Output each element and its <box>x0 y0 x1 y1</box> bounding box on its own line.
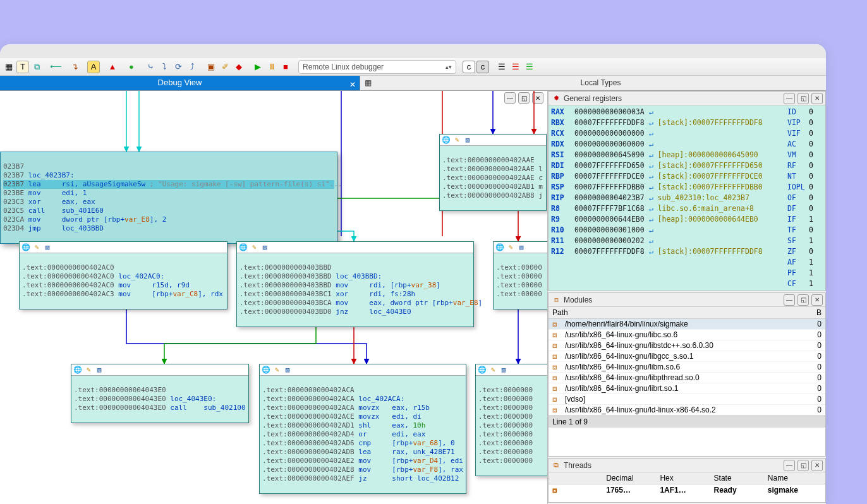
close-panel-icon[interactable]: ✕ <box>811 294 823 306</box>
ctag1-icon[interactable]: c <box>463 61 475 73</box>
flag-row[interactable]: AF1 <box>787 257 823 268</box>
modules-header[interactable]: Path B <box>549 307 825 319</box>
flag-row[interactable]: VM0 <box>787 150 823 160</box>
pencil-icon[interactable]: ✎ <box>452 136 461 145</box>
jump-arrow-icon[interactable]: ↵ <box>649 183 653 191</box>
flag-row[interactable]: CF1 <box>787 279 823 289</box>
flag-row[interactable]: VIF0 <box>787 128 823 139</box>
minimize-icon[interactable]: — <box>784 93 795 104</box>
restore-icon[interactable]: ◱ <box>518 92 530 104</box>
bp-icon[interactable]: ▲ <box>106 61 119 73</box>
jump-arrow-icon[interactable]: ↵ <box>649 172 653 181</box>
pencil-icon[interactable]: ✎ <box>32 243 41 252</box>
debugger-select[interactable]: Remote Linux debugger ▴▾ <box>298 60 456 74</box>
jump-arrow-icon[interactable]: ↵ <box>649 161 653 170</box>
jump-arrow-icon[interactable]: ↵ <box>649 225 653 234</box>
register-row[interactable]: RSI 0000000000645090 ↵ [heap]:0000000000… <box>551 150 785 160</box>
module-row[interactable]: ⧈/usr/lib/x86_64-linux-gnu/librt.so.10 <box>549 383 825 394</box>
flag-row[interactable]: OF0 <box>787 193 823 203</box>
text-icon[interactable]: T <box>16 61 29 73</box>
jump-arrow-icon[interactable]: ↵ <box>649 129 653 138</box>
jump-arrow-icon[interactable]: ↵ <box>649 150 653 159</box>
globe-icon[interactable]: 🌐 <box>262 366 270 375</box>
funcs-icon[interactable]: ⧉ <box>30 61 43 73</box>
stop-icon[interactable]: ■ <box>279 61 292 73</box>
thread-row[interactable]: ⧈ 1765… 1AF1… Ready sigmake <box>549 484 825 496</box>
tab-debug-view[interactable]: Debug View ✕ <box>0 76 360 90</box>
register-row[interactable]: R12 00007FFFFFFFDDF8 ↵ [stack]:00007FFFF… <box>551 246 785 257</box>
close-panel-icon[interactable]: ✕ <box>532 92 543 104</box>
flag-row[interactable]: ZF0 <box>787 246 823 257</box>
graph-node-clipped-bottom[interactable]: 🌐 ✎ ▧ .text:0000000 .text:0000000 .text:… <box>475 364 548 476</box>
pencil-icon[interactable]: ✎ <box>272 366 281 375</box>
pencil-icon[interactable]: ✎ <box>506 243 515 252</box>
register-row[interactable]: RSP 00007FFFFFFFDBB0 ↵ [stack]:00007FFFF… <box>551 182 785 193</box>
module-row[interactable]: ⧈/usr/lib/x86_64-linux-gnu/ld-linux-x86-… <box>549 405 825 416</box>
jump-arrow-icon[interactable]: ↵ <box>649 193 653 202</box>
flag-row[interactable]: VIP0 <box>787 117 823 128</box>
chart-icon[interactable]: ▧ <box>517 243 526 252</box>
graph-node-402AAE[interactable]: 🌐 ✎ ▧ .text:0000000000402AAE .text:00000… <box>439 134 547 211</box>
flag-row[interactable]: TF0 <box>787 225 823 236</box>
module-row[interactable]: ⧈/usr/lib/x86_64-linux-gnu/libpthread.so… <box>549 373 825 383</box>
register-row[interactable]: R8 00007FFFF7BF1C68 ↵ libc.so.6:main_are… <box>551 203 785 214</box>
close-panel-icon[interactable]: ✕ <box>811 460 823 471</box>
jump-arrow-icon[interactable]: ↵ <box>649 118 653 127</box>
flag-row[interactable]: IF1 <box>787 214 823 225</box>
register-row[interactable]: RDX 0000000000000000 ↵ <box>551 139 785 150</box>
globe-icon[interactable]: 🌐 <box>478 366 487 375</box>
palette1-icon[interactable]: ☰ <box>495 61 508 73</box>
register-row[interactable]: R11 0000000000000202 ↵ <box>551 236 785 246</box>
graph-panel[interactable]: — ◱ ✕ <box>0 91 548 504</box>
flag-row[interactable]: AC0 <box>787 139 823 150</box>
run-icon[interactable]: ▶ <box>252 61 264 73</box>
globe-icon[interactable]: 🌐 <box>239 243 248 252</box>
restore-icon[interactable]: ◱ <box>797 93 809 104</box>
flag-row[interactable]: PF1 <box>787 268 823 279</box>
module-row[interactable]: ⧈/usr/lib/x86_64-linux-gnu/libc.so.60 <box>549 330 825 340</box>
step2-icon[interactable]: ⤵ <box>158 61 171 73</box>
restore-icon[interactable]: ◱ <box>797 294 809 306</box>
chart-icon[interactable]: ▧ <box>499 366 508 375</box>
pencil-icon[interactable]: ✎ <box>84 366 93 375</box>
jump-arrow-icon[interactable]: ↵ <box>649 215 653 224</box>
register-row[interactable]: RAX 000000000000003A ↵ <box>551 107 785 117</box>
back-icon[interactable]: ⟵ <box>49 61 62 73</box>
register-row[interactable]: R10 0000000000001000 ↵ <box>551 225 785 236</box>
chart-icon[interactable]: ▧ <box>283 366 292 375</box>
register-row[interactable]: RDI 00007FFFFFFFD650 ↵ [stack]:00007FFFF… <box>551 160 785 171</box>
flag-row[interactable]: RF0 <box>787 160 823 171</box>
flag-row[interactable]: SF1 <box>787 236 823 246</box>
jump-icon[interactable]: ↴ <box>68 61 81 73</box>
grid-icon[interactable]: ▦ <box>3 61 15 73</box>
graph-node-4043E0[interactable]: 🌐 ✎ ▧ .text:00000000004043E0 .text:00000… <box>71 364 249 423</box>
pencil-icon[interactable]: ✎ <box>488 366 497 375</box>
graph-node-402ACA[interactable]: 🌐 ✎ ▧ .text:0000000000402ACA .text:00000… <box>259 364 466 494</box>
record-icon[interactable]: ▣ <box>205 61 217 73</box>
minimize-icon[interactable]: — <box>784 460 795 471</box>
register-row[interactable]: RBP 00007FFFFFFFDCE0 ↵ [stack]:00007FFFF… <box>551 171 785 182</box>
graph-node-4023B7[interactable]: 023B7 023B7 loc_4023B7: 023B7 lea rsi, a… <box>0 152 337 244</box>
chart-icon[interactable]: ▧ <box>95 366 104 375</box>
highlight-a-icon[interactable]: A <box>87 61 100 73</box>
palette3-icon[interactable]: ☰ <box>523 61 536 73</box>
globe-icon[interactable]: 🌐 <box>495 243 504 252</box>
register-row[interactable]: RCX 0000000000000000 ↵ <box>551 128 785 139</box>
registers-body[interactable]: RAX 000000000000003A ↵ RBX 00007FFFFFFFD… <box>549 105 825 291</box>
flag-row[interactable]: IOPL0 <box>787 182 823 193</box>
close-icon[interactable]: ✕ <box>349 78 356 92</box>
pause-icon[interactable]: ⏸ <box>265 61 278 73</box>
module-row[interactable]: ⧈/home/henri/flair84/bin/linux/sigmake0 <box>549 319 825 330</box>
module-row[interactable]: ⧈/usr/lib/x86_64-linux-gnu/libgcc_s.so.1… <box>549 351 825 362</box>
restore-icon[interactable]: ◱ <box>797 460 809 471</box>
graph-node-403BBD[interactable]: 🌐 ✎ ▧ .text:0000000000403BBD .text:00000… <box>236 241 474 327</box>
register-row[interactable]: RBX 00007FFFFFFFDDF8 ↵ [stack]:00007FFFF… <box>551 117 785 128</box>
jump-arrow-icon[interactable]: ↵ <box>649 107 653 116</box>
flag-row[interactable]: ID0 <box>787 107 823 117</box>
close-panel-icon[interactable]: ✕ <box>811 93 823 104</box>
step1-icon[interactable]: ⤷ <box>144 61 157 73</box>
circle-green-icon[interactable]: ● <box>125 61 138 73</box>
graph-node-402AC0[interactable]: 🌐 ✎ ▧ .text:0000000000402AC0 .text:00000… <box>19 241 227 309</box>
globe-icon[interactable]: 🌐 <box>442 136 451 145</box>
pencil-icon[interactable]: ✎ <box>250 243 258 252</box>
